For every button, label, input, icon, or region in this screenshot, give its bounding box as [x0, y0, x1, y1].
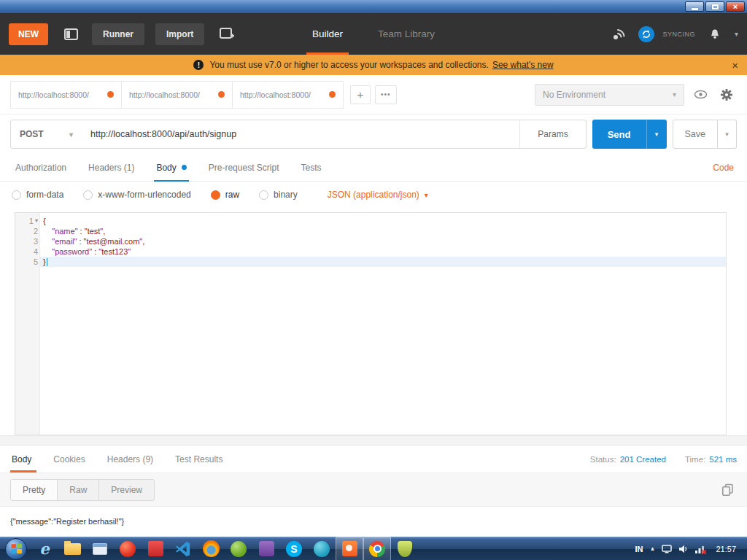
taskbar-app-button[interactable]	[252, 537, 280, 560]
tab-prerequest-script[interactable]: Pre-request Script	[198, 154, 290, 181]
tab-headers[interactable]: Headers (1)	[77, 154, 145, 181]
green-app-icon	[231, 541, 247, 557]
send-button[interactable]: Send	[592, 120, 646, 149]
pretty-view-button[interactable]: Pretty	[11, 480, 58, 500]
code-token: :	[92, 246, 98, 257]
response-cookies-label: Cookies	[53, 454, 85, 464]
taskbar-app-button[interactable]	[308, 537, 336, 560]
taskbar-app-button[interactable]	[86, 537, 114, 560]
tab-body[interactable]: Body	[145, 154, 197, 181]
taskbar-app-button[interactable]	[142, 537, 169, 560]
body-type-binary[interactable]: binary	[259, 190, 298, 200]
raw-view-button[interactable]: Raw	[58, 480, 99, 500]
new-window-button[interactable]	[215, 23, 239, 45]
response-tab-headers[interactable]: Headers (9)	[96, 446, 164, 472]
start-button[interactable]	[5, 538, 27, 560]
import-button[interactable]: Import	[155, 23, 204, 45]
header-right-controls: SYNCING ▾	[607, 23, 738, 45]
banner-message: You must use v7.0 or higher to access yo…	[209, 60, 488, 70]
taskbar-explorer-button[interactable]	[58, 537, 86, 560]
pane-splitter[interactable]	[0, 435, 747, 446]
see-whats-new-link[interactable]: See what's new	[492, 60, 554, 70]
sidebar-toggle-button[interactable]	[59, 23, 82, 45]
show-hidden-icons-button[interactable]: ▲	[650, 545, 656, 552]
taskbar-ie-button[interactable]: e	[31, 537, 58, 560]
body-type-raw[interactable]: raw	[211, 190, 239, 200]
environment-settings-button[interactable]	[716, 85, 737, 105]
tab-overflow-button[interactable]: •••	[375, 85, 397, 104]
request-tab[interactable]: http://localhost:8000/	[232, 81, 344, 109]
code-link[interactable]: Code	[713, 163, 743, 173]
tray-display-button[interactable]	[662, 545, 672, 553]
send-label: Send	[608, 129, 631, 140]
status-value: 201 Created	[620, 455, 666, 464]
code-line[interactable]: 1▾ {	[15, 216, 726, 226]
tab-team-library[interactable]: Team Library	[360, 13, 452, 55]
taskbar-clock[interactable]: 21:57	[711, 545, 740, 553]
send-options-button[interactable]: ▾	[646, 120, 667, 149]
maximize-icon	[712, 4, 719, 9]
raw-body-editor[interactable]: 1▾ { 2 "name" : "test", 3 "email" : "tes…	[15, 212, 727, 435]
response-meta: Status: 201 Created Time: 521 ms	[590, 446, 737, 472]
radio-icon	[83, 190, 93, 200]
window-close-button[interactable]: ×	[726, 1, 745, 12]
fold-toggle-icon[interactable]: ▾	[35, 216, 38, 226]
tab-builder[interactable]: Builder	[295, 13, 360, 55]
taskbar-app-button[interactable]	[391, 537, 419, 560]
runner-button[interactable]: Runner	[92, 23, 144, 45]
params-button[interactable]: Params	[519, 120, 585, 148]
response-body-text: {"message":"Register berhasil!"}	[10, 517, 124, 526]
language-indicator[interactable]: IN	[635, 545, 643, 553]
environment-selector[interactable]: No Environment ▾	[535, 84, 684, 106]
save-button[interactable]: Save	[673, 120, 719, 149]
form-data-label: form-data	[26, 190, 63, 200]
response-tab-cookies[interactable]: Cookies	[42, 446, 96, 472]
taskbar-app-button[interactable]	[114, 537, 142, 560]
tab-tests[interactable]: Tests	[290, 154, 332, 181]
line-number: 3	[34, 236, 38, 246]
body-type-options: form-data x-www-form-urlencoded raw bina…	[0, 182, 747, 208]
request-tab[interactable]: http://localhost:8000/	[121, 81, 233, 109]
response-tab-test-results[interactable]: Test Results	[164, 446, 233, 472]
chevron-down-icon: ▾	[735, 30, 738, 38]
taskbar-postman-button[interactable]	[336, 537, 363, 560]
content-type-dropdown[interactable]: JSON (application/json) ▾	[328, 190, 428, 200]
body-type-form-data[interactable]: form-data	[12, 190, 63, 200]
tab-authorization[interactable]: Authorization	[4, 154, 77, 181]
capture-requests-button[interactable]	[607, 23, 630, 45]
copy-response-button[interactable]	[718, 481, 737, 499]
window-maximize-button[interactable]	[705, 1, 724, 12]
skype-icon: S	[286, 541, 302, 557]
banner-close-button[interactable]: ×	[732, 55, 738, 75]
tray-volume-button[interactable]	[678, 545, 688, 553]
notifications-button[interactable]	[703, 23, 727, 45]
window-minimize-button[interactable]	[685, 1, 704, 12]
header-menu-chevron[interactable]: ▾	[735, 30, 738, 38]
pretty-label: Pretty	[23, 485, 45, 495]
code-line[interactable]: 2 "name" : "test",	[15, 226, 726, 236]
code-line[interactable]: 3 "email" : "test@mail.com",	[15, 236, 726, 246]
request-tab[interactable]: http://localhost:8000/	[10, 81, 122, 109]
code-token: "test@mail.com"	[84, 236, 143, 246]
add-tab-button[interactable]: +	[350, 85, 371, 104]
code-line[interactable]: 5 }	[15, 257, 726, 267]
body-type-urlencoded[interactable]: x-www-form-urlencoded	[83, 190, 190, 200]
save-options-button[interactable]: ▾	[718, 120, 737, 149]
taskbar-skype-button[interactable]: S	[280, 537, 308, 560]
taskbar-firefox-button[interactable]	[197, 537, 225, 560]
taskbar-chrome-button[interactable]	[363, 537, 391, 560]
taskbar-vscode-button[interactable]	[169, 537, 197, 560]
environment-quick-look-button[interactable]	[690, 85, 711, 105]
url-input[interactable]	[82, 120, 519, 148]
response-tab-body[interactable]: Body	[10, 446, 42, 472]
eye-icon	[694, 90, 708, 99]
environment-selected-label: No Environment	[543, 90, 605, 100]
method-dropdown[interactable]: POST ▾	[11, 120, 82, 148]
tray-network-button[interactable]	[694, 545, 705, 553]
preview-view-button[interactable]: Preview	[99, 480, 154, 500]
new-button[interactable]: NEW	[9, 23, 48, 45]
sync-status-button[interactable]	[638, 26, 654, 42]
code-line[interactable]: 4 "password" : "test123"	[15, 246, 726, 257]
taskbar-app-button[interactable]	[225, 537, 252, 560]
purple-app-icon	[259, 541, 274, 556]
